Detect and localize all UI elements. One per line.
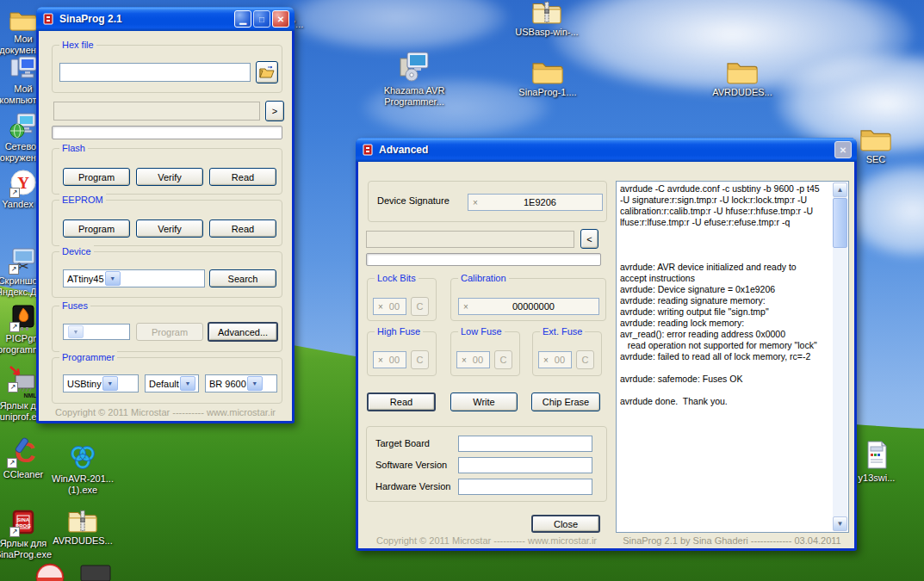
programmer-type-select[interactable]: USBtiny ▼ xyxy=(63,374,139,392)
scrollbar-thumb[interactable] xyxy=(833,198,847,248)
programmer-port-select[interactable]: Default ▼ xyxy=(145,374,199,392)
flash-program-button[interactable]: Program xyxy=(63,168,130,186)
device-signature-value: 1E9206 xyxy=(478,197,602,207)
hex-prefix: × xyxy=(374,355,383,365)
chevron-down-icon: ▼ xyxy=(105,271,121,286)
window-title: Advanced xyxy=(379,144,830,156)
sinaprog-titlebar[interactable]: SinaProg 2.1 ▁ □ ✕ xyxy=(36,7,295,31)
arrow-up-icon: ▲ xyxy=(837,186,844,194)
collapse-button[interactable]: < xyxy=(580,229,598,249)
winavr-rings-icon xyxy=(67,440,98,473)
yandex-icon: Y ↗ xyxy=(9,165,38,198)
hex-prefix: × xyxy=(468,198,478,207)
shortcut-arrow-icon: ↗ xyxy=(7,458,17,468)
hardware-version-input[interactable] xyxy=(458,479,592,495)
flash-read-button[interactable]: Read xyxy=(209,168,276,186)
ccleaner-icon: C ↗ xyxy=(6,436,40,468)
app-chip-icon xyxy=(41,12,55,26)
device-legend: Device xyxy=(59,245,94,257)
maximize-button[interactable]: □ xyxy=(253,10,270,28)
scroll-down-button[interactable]: ▼ xyxy=(833,516,847,531)
avrdude-console[interactable]: avrdude -C avrdude.conf -c usbtiny -b 96… xyxy=(616,181,849,533)
desktop-icon-avrdudes-zip[interactable]: AVRDUDES... xyxy=(50,502,115,547)
programmer-type: USBtiny xyxy=(67,379,102,389)
low-fuse-group: Low Fuse × 00 C xyxy=(450,331,520,376)
icon-label: y13swi... xyxy=(859,473,896,484)
desktop-icon-sinaprog-folder[interactable]: SinaProg-1.... xyxy=(515,53,580,98)
ext-fuse-legend: Ext. Fuse xyxy=(540,325,585,337)
close-button[interactable]: ✕ xyxy=(272,10,289,28)
flash-verify-button[interactable]: Verify xyxy=(136,168,203,186)
minimize-button[interactable]: ▁ xyxy=(234,10,251,28)
calibration-value: 00000000 xyxy=(468,301,598,312)
fuses-legend: Fuses xyxy=(59,300,90,312)
chevron-down-icon: ▼ xyxy=(247,376,263,391)
copyright-text: Copyright © 2011 Microstar ---------- ww… xyxy=(366,535,607,546)
open-folder-icon xyxy=(259,66,275,78)
device-search-button[interactable]: Search xyxy=(209,269,276,287)
desktop-icon-ccleaner[interactable]: C ↗ CCleaner xyxy=(0,436,56,480)
icon-label: Khazama AVR Programmer... xyxy=(381,85,447,108)
fuses-select[interactable]: ▼ xyxy=(63,324,130,340)
fuses-advanced-button[interactable]: Advanced... xyxy=(208,322,278,342)
cloud xyxy=(284,0,508,52)
board-info-group: Target Board Software Version Hardware V… xyxy=(366,426,607,502)
hex-prefix: × xyxy=(539,355,549,365)
read-button[interactable]: Read xyxy=(367,392,436,411)
icon-label: SEC xyxy=(866,154,886,165)
browse-button[interactable] xyxy=(256,61,278,83)
device-signature-field[interactable]: × 1E9206 xyxy=(468,194,603,211)
expand-button[interactable]: > xyxy=(265,101,284,121)
desktop-icon-khazama[interactable]: Khazama AVR Programmer... xyxy=(381,52,447,108)
zip-folder-icon xyxy=(66,502,99,535)
hex-prefix: × xyxy=(459,302,468,312)
lock-bits-legend: Lock Bits xyxy=(375,272,419,284)
arrow-down-icon: ▼ xyxy=(837,520,844,528)
chevron-down-icon: ▼ xyxy=(102,376,118,391)
calibration-field[interactable]: × 00000000 xyxy=(458,298,599,315)
target-board-input[interactable] xyxy=(458,436,592,452)
target-board-label: Target Board xyxy=(375,438,430,448)
svg-text:✂: ✂ xyxy=(17,259,28,274)
minimize-icon: ▁ xyxy=(239,15,246,24)
ext-fuse-value: 00 xyxy=(549,355,571,365)
avrdude-output: avrdude -C avrdude.conf -c usbtiny -b 96… xyxy=(620,183,830,530)
eeprom-read-button[interactable]: Read xyxy=(209,219,276,238)
programmer-baud-select[interactable]: BR 9600 ▼ xyxy=(205,374,277,392)
advanced-titlebar[interactable]: Advanced ✕ xyxy=(356,138,857,162)
lock-bits-c-button: C xyxy=(411,297,429,316)
software-version-input[interactable] xyxy=(458,457,592,473)
programmer-port: Default xyxy=(149,379,179,389)
device-group: Device ATtiny45 ▼ Search xyxy=(52,251,282,298)
eeprom-verify-button[interactable]: Verify xyxy=(136,219,203,238)
cut-off-icon xyxy=(79,564,112,581)
scroll-up-button[interactable]: ▲ xyxy=(833,182,847,197)
desktop-icon-sec-folder[interactable]: SEC xyxy=(843,121,908,165)
ext-fuse-c-button: C xyxy=(576,350,594,369)
close-dialog-button[interactable]: Close xyxy=(531,515,600,533)
sinaprog-logo-icon: SINAPROG ↗ xyxy=(9,504,38,537)
status-field xyxy=(53,102,260,121)
about-text: SinaProg 2.1 by Sina Ghaderi -----------… xyxy=(615,535,849,546)
desktop-icon-y13swi[interactable]: y13swi... xyxy=(844,439,909,484)
hex-file-input[interactable] xyxy=(59,63,251,82)
calibration-legend: Calibration xyxy=(458,272,509,284)
flash-group: Flash Program Verify Read xyxy=(52,148,282,195)
low-fuse-field: × 00 xyxy=(456,351,490,368)
icon-label: USBasp-win-... xyxy=(515,27,578,38)
desktop-icon-usbasp[interactable]: USBasp-win-... xyxy=(514,0,580,38)
device-select[interactable]: ATtiny45 ▼ xyxy=(63,269,205,287)
desktop: Мои документы Мой компьютер Сетевое окру… xyxy=(0,0,924,581)
chip-erase-button[interactable]: Chip Erase xyxy=(531,392,600,411)
eeprom-program-button[interactable]: Program xyxy=(63,219,130,238)
status-field xyxy=(366,231,574,248)
folder-icon xyxy=(530,53,565,86)
icon-label: Ярлык для SinaProg.exe xyxy=(0,538,56,560)
icon-label: SinaProg-1.... xyxy=(518,87,576,98)
desktop-icon-winavr[interactable]: WinAVR-201... (1).exe xyxy=(50,440,115,496)
desktop-icon-avrdudes-folder[interactable]: AVRDUDES... xyxy=(710,53,775,98)
progress-bar xyxy=(366,253,601,266)
desktop-icon-sinaprog-shortcut[interactable]: SINAPROG ↗ Ярлык для SinaProg.exe xyxy=(0,504,56,560)
write-button[interactable]: Write xyxy=(450,392,518,411)
shortcut-arrow-icon: ↗ xyxy=(9,188,20,198)
